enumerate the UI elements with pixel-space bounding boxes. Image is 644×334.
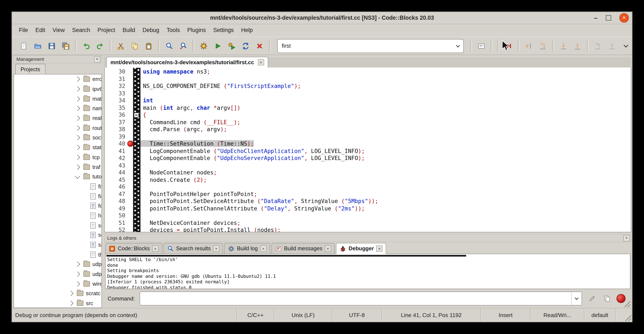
tab-debugger[interactable]: Debugger ✕ — [336, 243, 386, 254]
code-line-45[interactable]: 45 nodes.Create (2); — [105, 176, 631, 183]
project-tree[interactable]: erroipv6matnamrealroutsockstattcptraftut… — [14, 74, 102, 308]
open-file-button[interactable] — [31, 39, 45, 53]
line-number[interactable]: 45 — [105, 176, 125, 183]
close-tab-icon[interactable]: ✕ — [258, 59, 264, 65]
command-dropdown-icon[interactable] — [572, 292, 582, 305]
rebuild-button[interactable] — [238, 39, 252, 53]
line-number[interactable]: 35 — [105, 104, 125, 112]
line-number[interactable]: 51 — [105, 219, 125, 227]
management-header[interactable]: Management ✕ — [14, 55, 102, 63]
debugger-log[interactable]: Setting SHELL to '/bin/sh'doneSetting br… — [105, 254, 630, 289]
code-line-34[interactable]: 34int — [105, 97, 631, 104]
close-panel-icon[interactable]: ✕ — [94, 56, 100, 62]
copy-log-button[interactable] — [601, 292, 613, 304]
tree-item-real[interactable]: real — [14, 113, 102, 123]
code-line-38[interactable]: 38 cmd.Parse (argc, argv); — [105, 126, 631, 133]
step-into-button[interactable] — [556, 39, 570, 53]
tree-item-traf[interactable]: traf — [14, 162, 102, 172]
menu-view[interactable]: View — [49, 26, 68, 35]
build-button[interactable] — [197, 39, 211, 53]
breakpoint-icon[interactable] — [127, 141, 133, 147]
code-line-41[interactable]: 41 LogComponentEnable ("UdpEchoClientApp… — [105, 148, 631, 155]
vertical-splitter[interactable] — [102, 55, 104, 308]
line-number[interactable]: 30 — [105, 68, 125, 76]
edit-command-button[interactable] — [586, 292, 598, 304]
menu-debug[interactable]: Debug — [139, 26, 163, 35]
line-number[interactable]: 41 — [105, 148, 125, 155]
close-tab-icon[interactable]: ✕ — [260, 245, 266, 251]
maximize-button[interactable] — [606, 15, 611, 21]
redo-button[interactable] — [93, 39, 107, 53]
menu-settings[interactable]: Settings — [210, 26, 238, 35]
line-number[interactable]: 43 — [105, 162, 125, 169]
command-combo[interactable] — [140, 291, 582, 305]
fold-margin[interactable] — [133, 67, 140, 232]
toolbar-overflow-button[interactable] — [619, 39, 633, 53]
expand-icon[interactable] — [75, 271, 80, 277]
menu-edit[interactable]: Edit — [32, 26, 49, 35]
tab-projects[interactable]: Projects — [15, 64, 46, 74]
new-file-button[interactable] — [17, 39, 31, 53]
cut-button[interactable] — [114, 39, 128, 53]
next-line-button[interactable] — [536, 39, 550, 53]
menu-file[interactable]: File — [15, 26, 32, 35]
expand-icon[interactable] — [75, 281, 80, 286]
tab-search-results[interactable]: Search results ✕ — [164, 243, 223, 254]
code-line-51[interactable]: 51 NetDeviceContainer devices; — [105, 219, 631, 227]
tree-item-se[interactable]: se — [14, 230, 102, 240]
line-number[interactable]: 44 — [105, 169, 125, 176]
line-number[interactable]: 34 — [105, 97, 125, 104]
replace-button[interactable] — [176, 39, 190, 53]
code-line-46[interactable]: 46 — [105, 183, 631, 191]
code-line-49[interactable]: 49 pointToPoint.SetChannelAttribute ("De… — [105, 205, 631, 212]
line-number[interactable]: 50 — [105, 212, 125, 219]
line-number[interactable]: 37 — [105, 119, 125, 126]
tree-item-wire[interactable]: wire — [14, 279, 102, 289]
code-line-33[interactable]: 33 — [105, 90, 631, 97]
line-number[interactable]: 36 — [105, 112, 125, 119]
tree-item-src[interactable]: src — [14, 298, 102, 308]
close-tab-icon[interactable]: ✕ — [213, 245, 219, 251]
line-number[interactable]: 33 — [105, 90, 125, 97]
expand-icon[interactable] — [75, 135, 80, 141]
menu-project[interactable]: Project — [94, 26, 119, 35]
menu-search[interactable]: Search — [68, 26, 94, 35]
tree-item-sock[interactable]: sock — [14, 133, 102, 143]
collapse-icon[interactable] — [75, 173, 80, 179]
tab-build-messages[interactable]: Build messages ✕ — [272, 243, 335, 254]
code-line-35[interactable]: 35main (int argc, char *argv[]) — [105, 104, 631, 112]
tree-item-stat[interactable]: stat — [14, 143, 102, 152]
minimize-button[interactable]: – — [594, 12, 598, 24]
code-line-32[interactable]: 32NS_LOG_COMPONENT_DEFINE ("FirstScriptE… — [105, 83, 631, 90]
fold-open-icon[interactable] — [134, 113, 139, 118]
code-line-50[interactable]: 50 — [105, 212, 631, 219]
tree-item-rout[interactable]: rout — [14, 123, 102, 133]
close-tab-icon[interactable]: ✕ — [152, 245, 158, 251]
line-number[interactable]: 40 — [105, 140, 125, 148]
menu-help[interactable]: Help — [237, 26, 256, 35]
tree-item-th[interactable]: th — [14, 250, 102, 259]
close-tab-icon[interactable]: ✕ — [325, 245, 331, 251]
step-out-button[interactable] — [570, 39, 584, 53]
tree-item-se[interactable]: se — [14, 220, 102, 230]
stop-debugger-button[interactable] — [616, 294, 626, 303]
code-line-30[interactable]: 30using namespace ns3; — [105, 68, 631, 76]
tree-item-he[interactable]: he — [14, 211, 102, 221]
code-line-40[interactable]: 40 Time::SetResolution (Time::NS); — [105, 140, 631, 148]
code-line-42[interactable]: 42 LogComponentEnable ("UdpEchoServerApp… — [105, 155, 631, 162]
line-number[interactable]: 42 — [105, 155, 125, 162]
line-number[interactable]: 47 — [105, 191, 125, 198]
expand-icon[interactable] — [75, 125, 80, 131]
line-number[interactable]: 46 — [105, 183, 125, 191]
tree-item-scratc[interactable]: scratc — [14, 289, 102, 298]
tree-item-fif[interactable]: fif — [14, 182, 102, 191]
expand-icon[interactable] — [75, 106, 80, 111]
close-button[interactable]: ✕ — [620, 13, 629, 23]
next-instruction-button[interactable] — [591, 39, 605, 53]
close-tab-icon[interactable]: ✕ — [376, 245, 382, 251]
expand-icon[interactable] — [75, 87, 80, 92]
tree-item-udp[interactable]: udp — [14, 259, 102, 269]
horizontal-splitter[interactable] — [104, 232, 631, 234]
find-button[interactable] — [162, 39, 176, 53]
save-button[interactable] — [45, 39, 59, 53]
